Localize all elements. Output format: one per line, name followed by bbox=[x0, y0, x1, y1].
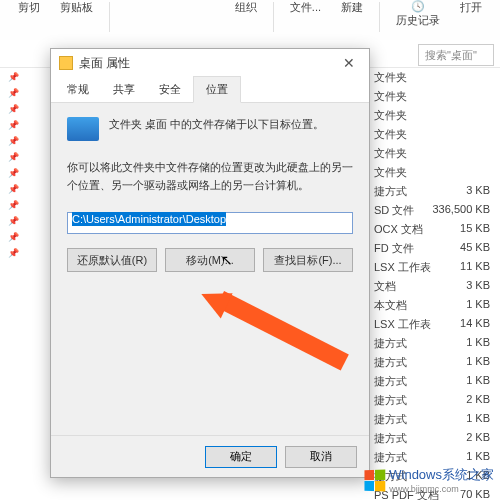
table-row[interactable]: 本文档1 KB bbox=[370, 296, 500, 315]
pin-icon: 📌 bbox=[8, 88, 26, 98]
ribbon-new: 新建 bbox=[331, 0, 373, 15]
table-row[interactable]: 捷方式1 KB bbox=[370, 353, 500, 372]
pin-icon: 📌 bbox=[8, 152, 26, 162]
table-row[interactable]: 捷方式2 KB bbox=[370, 391, 500, 410]
pin-icon: 📌 bbox=[8, 184, 26, 194]
restore-default-button[interactable]: 还原默认值(R) bbox=[67, 248, 157, 272]
ribbon-clipboard-label: 剪贴板 bbox=[50, 0, 103, 15]
table-row[interactable]: 捷方式1 KB bbox=[370, 334, 500, 353]
pin-icon: 📌 bbox=[8, 136, 26, 146]
dialog-title: 桌面 属性 bbox=[79, 55, 337, 72]
ribbon-cut[interactable]: 剪切 bbox=[8, 0, 50, 15]
table-row[interactable]: 文件夹 bbox=[370, 68, 500, 87]
desc-line2: 你可以将此文件夹中文件存储的位置更改为此硬盘上的另一个位置、另一个驱动器或网络上… bbox=[67, 159, 353, 194]
close-icon[interactable]: ✕ bbox=[337, 55, 361, 71]
table-row[interactable]: LSX 工作表11 KB bbox=[370, 258, 500, 277]
pin-icon: 📌 bbox=[8, 120, 26, 130]
table-row[interactable]: FD 文件45 KB bbox=[370, 239, 500, 258]
pin-icon: 📌 bbox=[8, 216, 26, 226]
table-row[interactable]: 文件夹 bbox=[370, 106, 500, 125]
find-target-button[interactable]: 查找目标(F)... bbox=[263, 248, 353, 272]
desc-line1: 文件夹 桌面 中的文件存储于以下目标位置。 bbox=[109, 117, 324, 132]
tab-0[interactable]: 常规 bbox=[55, 77, 101, 102]
history-icon: 🕓 bbox=[411, 0, 425, 13]
desktop-folder-icon bbox=[67, 117, 99, 141]
ribbon-open: 打开 bbox=[450, 0, 492, 15]
table-row[interactable]: LSX 工作表14 KB bbox=[370, 315, 500, 334]
pin-icon: 📌 bbox=[8, 168, 26, 178]
tab-2[interactable]: 安全 bbox=[147, 77, 193, 102]
search-input[interactable]: 搜索"桌面" bbox=[418, 44, 494, 66]
watermark: Windows系统之家 www.bjjmmc.com bbox=[364, 466, 494, 494]
table-row[interactable]: 文档3 KB bbox=[370, 277, 500, 296]
table-row[interactable]: 捷方式3 KB bbox=[370, 182, 500, 201]
table-row[interactable]: 捷方式1 KB bbox=[370, 372, 500, 391]
ribbon-history[interactable]: 🕓 历史记录 bbox=[386, 0, 450, 28]
pin-icon: 📌 bbox=[8, 232, 26, 242]
table-row[interactable]: SD 文件336,500 KB bbox=[370, 201, 500, 220]
table-row[interactable]: OCX 文档15 KB bbox=[370, 220, 500, 239]
table-row[interactable]: 捷方式2 KB bbox=[370, 429, 500, 448]
tab-3[interactable]: 位置 bbox=[193, 76, 241, 103]
table-row[interactable]: 文件夹 bbox=[370, 125, 500, 144]
table-row[interactable]: 文件夹 bbox=[370, 163, 500, 182]
windows-logo-icon bbox=[365, 469, 386, 491]
cancel-button[interactable]: 取消 bbox=[285, 446, 357, 468]
properties-dialog: 桌面 属性 ✕ 常规共享安全位置 文件夹 桌面 中的文件存储于以下目标位置。 你… bbox=[50, 48, 370, 478]
tab-1[interactable]: 共享 bbox=[101, 77, 147, 102]
pin-icon: 📌 bbox=[8, 72, 26, 82]
table-row[interactable]: 文件夹 bbox=[370, 87, 500, 106]
cursor-icon: ↖ bbox=[221, 252, 233, 268]
table-row[interactable]: 捷方式1 KB bbox=[370, 448, 500, 467]
pin-icon: 📌 bbox=[8, 200, 26, 210]
table-row[interactable]: 文件夹 bbox=[370, 144, 500, 163]
table-row[interactable]: 捷方式1 KB bbox=[370, 410, 500, 429]
move-button[interactable]: 移动(M)... bbox=[165, 248, 255, 272]
ok-button[interactable]: 确定 bbox=[205, 446, 277, 468]
ribbon-file[interactable]: 文件... bbox=[280, 0, 331, 15]
pin-icon: 📌 bbox=[8, 248, 26, 258]
ribbon-org: 组织 bbox=[225, 0, 267, 15]
pin-icon: 📌 bbox=[8, 104, 26, 114]
folder-icon bbox=[59, 56, 73, 70]
path-input[interactable]: C:\Users\Administrator\Desktop bbox=[67, 212, 353, 234]
